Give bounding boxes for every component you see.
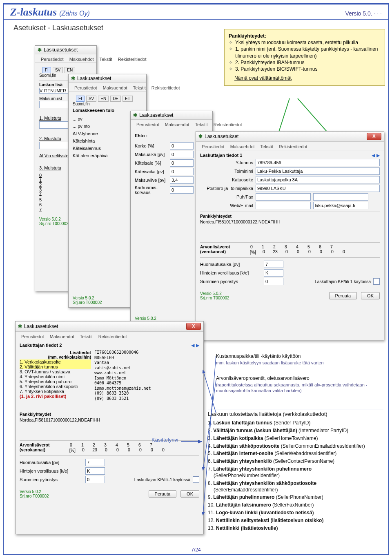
posti-field[interactable]: 99990 LASKU (256, 185, 380, 192)
tabs[interactable]: Perustiedot Maksuehdot Tekstit Rekisteri… (35, 54, 96, 63)
lang-tabs[interactable]: FI SV EN (39, 65, 92, 73)
tab-tekstit[interactable]: Tekstit (98, 56, 114, 62)
r3v[interactable]: 0 (170, 168, 194, 175)
tab-perustiedot[interactable]: Perustiedot (39, 56, 65, 62)
lang-et[interactable]: ET (122, 96, 133, 102)
tabs[interactable]: Perustiedot Maksuehdot Tekstit Rekisteri… (16, 332, 203, 340)
lisatiedot-textarea[interactable]: FI7601006520000046 NDEAFIHH Vantaa zahis… (94, 350, 199, 407)
nav-left-icon[interactable]: ◀ (372, 153, 375, 158)
tab-tekstit[interactable]: Tekstit (259, 143, 275, 150)
ytunnus-field[interactable]: 789789-456 (256, 159, 380, 166)
bv7[interactable]: 0 (160, 447, 167, 453)
hinta-f[interactable]: K (264, 269, 283, 277)
tab-maksuehdot[interactable]: Maksuehdot (163, 121, 191, 128)
av6[interactable]: 0 (329, 249, 336, 255)
tab-rekisteritiedot[interactable]: Rekisteritiedot (116, 56, 148, 62)
lang-de[interactable]: DE (110, 96, 121, 102)
lang-fi[interactable]: FI (42, 67, 51, 73)
tl9: (09) 8603 3521 (94, 396, 129, 401)
katu-field[interactable]: Laskuttajanpolku 3A (256, 176, 380, 183)
av3[interactable]: 0 (294, 249, 302, 255)
kp-checkbox2[interactable] (193, 476, 199, 483)
lang-sv[interactable]: SV (53, 67, 63, 73)
ai7: 7 (328, 244, 335, 249)
sum-f2[interactable]: 0 (85, 476, 105, 483)
close-button[interactable]: X (367, 133, 381, 140)
bi2: 2 (90, 442, 98, 447)
srj: Srj.nro T000002 (200, 296, 229, 300)
bv4[interactable]: 0 (125, 447, 133, 453)
tab-tekstit[interactable]: Tekstit (78, 333, 94, 340)
bv2[interactable]: 0 (102, 447, 110, 453)
tab-rekisteritiedot[interactable]: Rekisteritiedot (277, 143, 309, 150)
bv6[interactable]: 0 (148, 447, 156, 453)
star-icon: ✧ (229, 39, 233, 46)
ok-button[interactable]: OK (361, 292, 380, 299)
tab-perustiedot[interactable]: Perustiedot (135, 121, 161, 128)
nav-right-icon[interactable]: ▶ (376, 153, 380, 158)
huom-f2[interactable]: 7 (85, 459, 105, 466)
email-field[interactable]: laku.pekka@saaja.fi (313, 202, 368, 209)
anno2-line2: (raporttitulosteissa aiheuttuu sekaannus… (216, 382, 383, 394)
pank-field[interactable]: Nordea,FI5810171000000122,NDEAFIHH (200, 219, 380, 240)
tabs[interactable]: Perustiedot Maksuehdot Tekstit Rekisteri… (196, 142, 384, 150)
av7[interactable]: 0 (340, 249, 347, 255)
bv3[interactable]: 0 (114, 447, 121, 453)
dialog-titlebar[interactable]: ✱ Laskuasetukset (131, 111, 212, 120)
lang-tabs[interactable]: FI SV EN DE ET (73, 94, 142, 102)
av2[interactable]: 0 (283, 249, 290, 255)
tabs[interactable]: Perustiedot Maksuehdot Tekstit Rekisteri… (131, 120, 212, 128)
kp-checkbox[interactable] (373, 278, 380, 285)
bv1[interactable]: 23 (91, 447, 98, 453)
peruuta-button[interactable]: Peruuta (329, 292, 357, 299)
nav-left-icon[interactable]: ◀ (191, 343, 194, 348)
tab-maksuehdot[interactable]: Maksuehdot (229, 143, 256, 150)
tabs[interactable]: Perustiedot Maksuehdot Tekstit Rekisteri… (69, 83, 146, 92)
lang-en[interactable]: EN (65, 67, 75, 73)
alv-grp2: Arvonlisäverot (verokannat) (20, 442, 50, 452)
dialog-titlebar[interactable]: ✱ Laskuasetukset (69, 74, 146, 83)
r2v[interactable]: 0 (170, 159, 194, 167)
tab-maksuehdot[interactable]: Maksuehdot (48, 333, 76, 340)
huom-f[interactable]: 7 (264, 261, 283, 268)
puh-field[interactable] (256, 193, 311, 201)
av0[interactable]: 0 (260, 249, 267, 255)
tab-perustiedot[interactable]: Perustiedot (73, 85, 99, 91)
tab-rekisteritiedot[interactable]: Rekisteritiedot (97, 333, 129, 340)
r1v[interactable]: 0 (170, 151, 194, 158)
r5v[interactable]: 0 (170, 186, 194, 194)
av4[interactable]: 0 (306, 249, 313, 255)
tab-perustiedot[interactable]: Perustiedot (20, 333, 46, 340)
bv5[interactable]: 0 (137, 447, 144, 453)
ok-button[interactable]: OK (180, 490, 199, 498)
av5[interactable]: 0 (317, 249, 325, 255)
sum-f[interactable]: 0 (264, 278, 283, 285)
fax-field[interactable] (313, 193, 368, 201)
nav-right-icon[interactable]: ▶ (196, 343, 199, 348)
peruuta-button[interactable]: Peruuta (149, 490, 177, 498)
toiminimi-field[interactable]: Laku-Pekka Laskuttaja (256, 167, 380, 175)
pank-field2[interactable]: Nordea,FI5810171000000122,NDEAFIHH (20, 417, 199, 438)
tab-tekstit[interactable]: Tekstit (131, 85, 147, 91)
close-button[interactable]: X (186, 323, 201, 330)
r0v[interactable]: 0 (170, 142, 194, 150)
lang-en[interactable]: EN (98, 96, 109, 102)
dialog-titlebar[interactable]: ✱ Laskuasetukset (35, 46, 96, 54)
lang-sv[interactable]: SV (86, 96, 96, 102)
web-field[interactable] (256, 202, 311, 209)
dialog-titlebar[interactable]: ✱ Laskuasetukset X (16, 321, 203, 332)
r4v[interactable]: 3.4 (170, 176, 194, 184)
bv0[interactable]: 0 (80, 447, 87, 453)
r0l: Korko [%] (135, 143, 167, 148)
hinta-f2[interactable]: K (85, 467, 105, 475)
tab-rekisteritiedot[interactable]: Rekisteritiedot (212, 121, 244, 128)
tab-maksuehdot[interactable]: Maksuehdot (68, 56, 96, 62)
callout-line3: 3. Pankkiyhteyden BIC/SWIFT-tunnus (235, 66, 317, 72)
tab-tekstit[interactable]: Tekstit (194, 121, 209, 128)
lang-fi[interactable]: FI (76, 96, 85, 102)
tab-maksuehdot[interactable]: Maksuehdot (101, 85, 129, 91)
av1[interactable]: 23 (272, 249, 279, 255)
tab-perustiedot[interactable]: Perustiedot (200, 143, 226, 150)
tab-rekisteritiedot[interactable]: Rekisteritiedot (150, 85, 182, 91)
dialog-titlebar[interactable]: ✱ Laskuasetukset X (196, 132, 384, 142)
